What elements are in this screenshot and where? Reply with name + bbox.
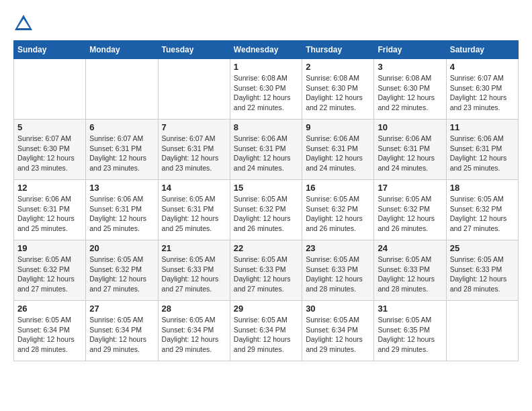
calendar-cell: 17Sunrise: 6:05 AMSunset: 6:32 PMDayligh… (374, 180, 446, 240)
calendar-cell: 12Sunrise: 6:06 AMSunset: 6:31 PMDayligh… (14, 180, 86, 240)
day-number: 28 (162, 304, 226, 314)
day-info: Sunrise: 6:06 AMSunset: 6:31 PMDaylight:… (89, 194, 154, 234)
day-info: Sunrise: 6:08 AMSunset: 6:30 PMDaylight:… (378, 73, 442, 113)
day-number: 8 (234, 122, 298, 132)
logo (13, 13, 36, 34)
day-number: 25 (450, 243, 515, 253)
day-info: Sunrise: 6:05 AMSunset: 6:33 PMDaylight:… (162, 255, 226, 294)
day-info: Sunrise: 6:08 AMSunset: 6:30 PMDaylight:… (306, 73, 370, 113)
day-number: 3 (378, 62, 442, 72)
logo-icon (13, 13, 34, 34)
calendar-cell: 11Sunrise: 6:06 AMSunset: 6:31 PMDayligh… (446, 120, 518, 180)
calendar-cell: 2Sunrise: 6:08 AMSunset: 6:30 PMDaylight… (302, 59, 374, 120)
calendar-cell: 16Sunrise: 6:05 AMSunset: 6:32 PMDayligh… (302, 180, 374, 240)
day-info: Sunrise: 6:05 AMSunset: 6:32 PMDaylight:… (234, 194, 298, 234)
calendar-cell: 7Sunrise: 6:07 AMSunset: 6:31 PMDaylight… (158, 120, 230, 180)
calendar-cell: 22Sunrise: 6:05 AMSunset: 6:33 PMDayligh… (230, 240, 302, 301)
calendar-cell: 25Sunrise: 6:05 AMSunset: 6:33 PMDayligh… (446, 240, 518, 301)
day-info: Sunrise: 6:05 AMSunset: 6:34 PMDaylight:… (234, 315, 298, 355)
calendar-cell: 28Sunrise: 6:05 AMSunset: 6:34 PMDayligh… (158, 301, 230, 361)
calendar-cell (86, 59, 158, 120)
calendar-cell: 3Sunrise: 6:08 AMSunset: 6:30 PMDaylight… (374, 59, 446, 120)
day-number: 31 (378, 304, 442, 314)
day-number: 11 (450, 122, 515, 132)
calendar-week-4: 19Sunrise: 6:05 AMSunset: 6:32 PMDayligh… (14, 240, 519, 301)
day-info: Sunrise: 6:05 AMSunset: 6:31 PMDaylight:… (162, 194, 226, 234)
day-info: Sunrise: 6:07 AMSunset: 6:31 PMDaylight:… (162, 134, 226, 173)
day-number: 4 (450, 62, 515, 72)
calendar-cell: 13Sunrise: 6:06 AMSunset: 6:31 PMDayligh… (86, 180, 158, 240)
calendar-cell: 27Sunrise: 6:05 AMSunset: 6:34 PMDayligh… (86, 301, 158, 361)
calendar-cell: 4Sunrise: 6:07 AMSunset: 6:30 PMDaylight… (446, 59, 518, 120)
day-info: Sunrise: 6:07 AMSunset: 6:30 PMDaylight:… (450, 73, 515, 113)
day-info: Sunrise: 6:08 AMSunset: 6:30 PMDaylight:… (234, 73, 298, 113)
day-number: 24 (378, 243, 442, 253)
day-info: Sunrise: 6:06 AMSunset: 6:31 PMDaylight:… (17, 194, 82, 234)
weekday-header-saturday: Saturday (446, 41, 518, 59)
day-number: 30 (306, 304, 370, 314)
day-info: Sunrise: 6:06 AMSunset: 6:31 PMDaylight:… (234, 134, 298, 173)
day-info: Sunrise: 6:05 AMSunset: 6:34 PMDaylight:… (17, 315, 82, 355)
day-number: 12 (17, 183, 82, 193)
day-info: Sunrise: 6:05 AMSunset: 6:33 PMDaylight:… (234, 255, 298, 294)
calendar-cell: 19Sunrise: 6:05 AMSunset: 6:32 PMDayligh… (14, 240, 86, 301)
day-info: Sunrise: 6:05 AMSunset: 6:34 PMDaylight:… (162, 315, 226, 355)
day-info: Sunrise: 6:05 AMSunset: 6:32 PMDaylight:… (378, 194, 442, 234)
day-info: Sunrise: 6:05 AMSunset: 6:33 PMDaylight:… (306, 255, 370, 294)
day-number: 15 (234, 183, 298, 193)
day-number: 6 (89, 122, 154, 132)
day-info: Sunrise: 6:05 AMSunset: 6:32 PMDaylight:… (17, 255, 82, 294)
weekday-header-wednesday: Wednesday (230, 41, 302, 59)
day-info: Sunrise: 6:05 AMSunset: 6:33 PMDaylight:… (378, 255, 442, 294)
calendar-week-5: 26Sunrise: 6:05 AMSunset: 6:34 PMDayligh… (14, 301, 519, 361)
calendar-cell: 6Sunrise: 6:07 AMSunset: 6:31 PMDaylight… (86, 120, 158, 180)
page-header (13, 13, 519, 34)
calendar-cell: 30Sunrise: 6:05 AMSunset: 6:34 PMDayligh… (302, 301, 374, 361)
day-number: 7 (162, 122, 226, 132)
day-number: 21 (162, 243, 226, 253)
day-number: 14 (162, 183, 226, 193)
header-row: SundayMondayTuesdayWednesdayThursdayFrid… (14, 41, 519, 59)
calendar-cell: 26Sunrise: 6:05 AMSunset: 6:34 PMDayligh… (14, 301, 86, 361)
weekday-header-friday: Friday (374, 41, 446, 59)
weekday-header-thursday: Thursday (302, 41, 374, 59)
day-info: Sunrise: 6:06 AMSunset: 6:31 PMDaylight:… (450, 134, 515, 173)
calendar-week-1: 1Sunrise: 6:08 AMSunset: 6:30 PMDaylight… (14, 59, 519, 120)
calendar-cell: 1Sunrise: 6:08 AMSunset: 6:30 PMDaylight… (230, 59, 302, 120)
day-number: 23 (306, 243, 370, 253)
day-info: Sunrise: 6:05 AMSunset: 6:35 PMDaylight:… (378, 315, 442, 355)
day-info: Sunrise: 6:06 AMSunset: 6:31 PMDaylight:… (306, 134, 370, 173)
calendar-cell: 15Sunrise: 6:05 AMSunset: 6:32 PMDayligh… (230, 180, 302, 240)
calendar-cell: 31Sunrise: 6:05 AMSunset: 6:35 PMDayligh… (374, 301, 446, 361)
day-info: Sunrise: 6:05 AMSunset: 6:34 PMDaylight:… (89, 315, 154, 355)
day-number: 19 (17, 243, 82, 253)
day-info: Sunrise: 6:05 AMSunset: 6:32 PMDaylight:… (89, 255, 154, 294)
calendar-cell: 23Sunrise: 6:05 AMSunset: 6:33 PMDayligh… (302, 240, 374, 301)
day-info: Sunrise: 6:05 AMSunset: 6:32 PMDaylight:… (306, 194, 370, 234)
day-number: 26 (17, 304, 82, 314)
calendar-cell (14, 59, 86, 120)
day-info: Sunrise: 6:05 AMSunset: 6:32 PMDaylight:… (450, 194, 515, 234)
day-number: 16 (306, 183, 370, 193)
day-info: Sunrise: 6:05 AMSunset: 6:33 PMDaylight:… (450, 255, 515, 294)
day-info: Sunrise: 6:07 AMSunset: 6:30 PMDaylight:… (17, 134, 82, 173)
weekday-header-tuesday: Tuesday (158, 41, 230, 59)
calendar-cell: 20Sunrise: 6:05 AMSunset: 6:32 PMDayligh… (86, 240, 158, 301)
day-number: 1 (234, 62, 298, 72)
day-info: Sunrise: 6:07 AMSunset: 6:31 PMDaylight:… (89, 134, 154, 173)
day-number: 22 (234, 243, 298, 253)
day-info: Sunrise: 6:05 AMSunset: 6:34 PMDaylight:… (306, 315, 370, 355)
calendar-cell (158, 59, 230, 120)
day-info: Sunrise: 6:06 AMSunset: 6:31 PMDaylight:… (378, 134, 442, 173)
day-number: 20 (89, 243, 154, 253)
calendar-cell: 9Sunrise: 6:06 AMSunset: 6:31 PMDaylight… (302, 120, 374, 180)
calendar-cell: 18Sunrise: 6:05 AMSunset: 6:32 PMDayligh… (446, 180, 518, 240)
calendar-cell: 21Sunrise: 6:05 AMSunset: 6:33 PMDayligh… (158, 240, 230, 301)
day-number: 2 (306, 62, 370, 72)
weekday-header-monday: Monday (86, 41, 158, 59)
calendar-table: SundayMondayTuesdayWednesdayThursdayFrid… (13, 40, 519, 361)
day-number: 18 (450, 183, 515, 193)
day-number: 5 (17, 122, 82, 132)
day-number: 13 (89, 183, 154, 193)
day-number: 17 (378, 183, 442, 193)
